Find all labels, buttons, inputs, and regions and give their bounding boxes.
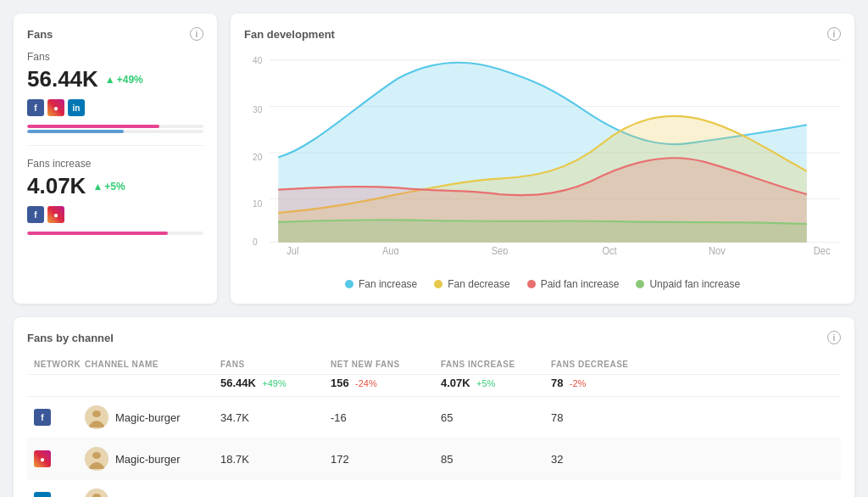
chart-legend: Fan increase Fan decrease Paid fan incre… xyxy=(244,278,841,290)
col-fans-increase: Fans Increase xyxy=(441,360,551,369)
chart-card: Fan development i 40 30 20 10 0 Jul Aug xyxy=(231,14,854,304)
legend-unpaid-fan-increase-label: Unpaid fan increase xyxy=(649,278,740,290)
total-net-new-fans: 156 -24% xyxy=(331,377,441,389)
channel-avatar xyxy=(85,447,108,471)
facebook-icon[interactable]: f xyxy=(27,99,44,116)
chart-info-icon[interactable]: i xyxy=(827,27,841,41)
fans-section: Fans 56.44K ▲ +49% f ● in xyxy=(27,51,203,133)
svg-text:30: 30 xyxy=(253,105,262,114)
fans-by-channel-header: Fans by channel i xyxy=(27,331,841,344)
fans-by-channel-title: Fans by channel xyxy=(27,332,114,344)
svg-text:Dec: Dec xyxy=(814,246,831,254)
legend-fan-increase-dot xyxy=(345,280,353,288)
fans-increase-badge-text: +5% xyxy=(104,181,125,193)
linkedin-icon[interactable]: in xyxy=(68,99,85,116)
row-fans-increase: 85 xyxy=(441,453,551,466)
svg-text:40: 40 xyxy=(253,56,262,65)
legend-paid-fan-increase-dot xyxy=(527,280,536,288)
legend-unpaid-fan-increase-dot xyxy=(636,280,644,288)
row-fans: 3.1K xyxy=(220,494,331,498)
row-network: f xyxy=(34,409,85,426)
legend-fan-decrease-dot xyxy=(434,280,442,288)
channel-avatar xyxy=(85,489,108,497)
svg-text:Nov: Nov xyxy=(709,246,726,254)
row-network-icon[interactable]: in xyxy=(34,492,51,497)
fans-increase-fill-pink xyxy=(27,232,168,235)
legend-fan-decrease: Fan decrease xyxy=(434,278,509,290)
row-channel: Magic-burger xyxy=(85,447,220,471)
table-section: Network Channel Name Fans Net New Fans F… xyxy=(27,355,841,497)
svg-point-17 xyxy=(92,410,101,417)
col-net-new-fans: Net New Fans xyxy=(331,360,441,369)
svg-text:Sep: Sep xyxy=(492,246,509,254)
fan-development-chart: 40 30 20 10 0 Jul Aug Sep Oct Nov Dec xyxy=(244,51,841,254)
channel-avatar xyxy=(85,405,108,429)
total-fans: 56.44K +49% xyxy=(220,377,331,389)
table-totals-row: 56.44K +49% 156 -24% 4.07K +5% 78 -2% xyxy=(27,375,841,397)
row-channel: Magic-burger xyxy=(85,405,220,429)
row-network: in xyxy=(34,492,85,497)
fans-increase-value-row: 4.07K ▲ +5% xyxy=(27,173,203,199)
row-fans-increase: 43 xyxy=(441,494,551,498)
row-fans-decrease: 21 xyxy=(551,494,661,498)
row-network-icon[interactable]: f xyxy=(34,409,51,426)
fans-increase-progress xyxy=(27,232,203,235)
fans-increase-social-icons: f ● xyxy=(27,206,203,223)
fans-value: 56.44K xyxy=(27,66,98,92)
fans-increase-facebook-icon[interactable]: f xyxy=(27,206,44,223)
channel-name: Magic-burger xyxy=(115,494,181,498)
fans-increase-instagram-icon[interactable]: ● xyxy=(47,206,64,223)
table-header-row: Network Channel Name Fans Net New Fans F… xyxy=(27,355,841,375)
table-info-icon[interactable]: i xyxy=(827,331,841,344)
svg-text:20: 20 xyxy=(253,152,262,161)
fans-increase-value: 4.07K xyxy=(27,173,86,199)
svg-point-19 xyxy=(92,452,101,459)
fans-badge: ▲ +49% xyxy=(105,74,143,86)
col-fans-decrease: Fans Decrease xyxy=(551,360,661,369)
row-fans-decrease: 32 xyxy=(551,453,661,466)
legend-fan-increase: Fan increase xyxy=(345,278,417,290)
fans-increase-progress-bar-pink xyxy=(27,232,203,235)
fans-card-header: Fans i xyxy=(27,27,203,41)
row-net-new-fans: 172 xyxy=(331,453,441,466)
instagram-icon[interactable]: ● xyxy=(47,99,64,116)
row-fans-increase: 65 xyxy=(441,411,551,424)
row-network-icon[interactable]: ● xyxy=(34,450,51,467)
fans-value-row: 56.44K ▲ +49% xyxy=(27,66,203,92)
fans-progress-bar-blue xyxy=(27,130,203,133)
row-fans: 34.7K xyxy=(220,411,331,424)
col-network: Network xyxy=(34,360,85,369)
col-fans: Fans xyxy=(220,360,331,369)
fans-fill-blue xyxy=(27,130,124,133)
svg-text:Aug: Aug xyxy=(382,246,399,254)
svg-text:10: 10 xyxy=(253,199,262,209)
chart-title: Fan development xyxy=(244,28,335,41)
total-fans-increase: 4.07K +5% xyxy=(441,377,551,389)
col-channel-name: Channel Name xyxy=(85,360,220,369)
fans-increase-label: Fans increase xyxy=(27,158,203,170)
legend-paid-fan-increase: Paid fan increase xyxy=(527,278,620,290)
table-rows: f Magic-burger 34.7K -16 65 78 ● xyxy=(27,397,841,497)
channel-name: Magic-burger xyxy=(115,453,181,466)
fans-by-channel-card: Fans by channel i Network Channel Name F… xyxy=(14,317,854,497)
table-row: in Magic-burger 3.1K 92 43 21 xyxy=(27,480,841,497)
fans-social-icons: f ● in xyxy=(27,99,203,116)
row-fans: 18.7K xyxy=(220,453,331,466)
fans-card: Fans i Fans 56.44K ▲ +49% f ● in xyxy=(14,14,217,304)
row-fans-decrease: 78 xyxy=(551,411,661,424)
svg-text:0: 0 xyxy=(253,237,258,247)
legend-fan-decrease-label: Fan decrease xyxy=(448,278,509,290)
fans-info-icon[interactable]: i xyxy=(190,27,203,41)
fans-label: Fans xyxy=(27,51,203,63)
fans-fill-pink xyxy=(27,125,159,128)
fans-progress-bar-pink xyxy=(27,125,203,128)
fans-badge-text: +49% xyxy=(117,74,143,86)
row-network: ● xyxy=(34,450,85,467)
total-fans-decrease: 78 -2% xyxy=(551,377,661,389)
channel-name: Magic-burger xyxy=(115,411,181,424)
fans-card-title: Fans xyxy=(27,28,53,41)
chart-wrapper: 40 30 20 10 0 Jul Aug Sep Oct Nov Dec xyxy=(244,51,841,271)
row-net-new-fans: 92 xyxy=(331,494,441,498)
table-row: f Magic-burger 34.7K -16 65 78 xyxy=(27,397,841,438)
row-channel: Magic-burger xyxy=(85,489,220,497)
